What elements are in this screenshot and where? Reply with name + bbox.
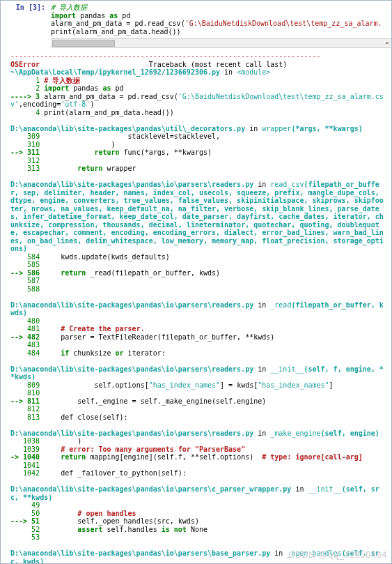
frame-path: D:\anaconda\lib\site-packages\pandas\uti… — [10, 125, 245, 132]
code-cell: In [3]: # 导入数据 import pandas as pd alarm… — [1, 1, 391, 52]
horizontal-scrollbar[interactable]: ◄ ► — [51, 38, 391, 48]
arrow: ----> 3 — [10, 93, 44, 100]
notebook-cell-output: In [3]: # 导入数据 import pandas as pd alarm… — [0, 0, 392, 564]
input-prompt: In [3]: — [1, 1, 51, 52]
frame-path: D:\anaconda\lib\site-packages\pandas\io\… — [10, 301, 253, 309]
scroll-right-icon[interactable]: ► — [384, 39, 392, 46]
hr: ----------------------------------------… — [10, 52, 321, 60]
scroll-thumb[interactable] — [52, 40, 115, 47]
frame-path: D:\anaconda\lib\site-packages\pandas\io\… — [10, 485, 291, 493]
frame-path: D:\anaconda\lib\site-packages\pandas\io\… — [10, 365, 253, 373]
frame-path: ~\AppData\Local\Temp/ipykernel_12692/123… — [10, 68, 220, 76]
source-code: # 导入数据 import pandas as pd alarm_and_pm_… — [51, 3, 391, 37]
traceback-output: ----------------------------------------… — [1, 52, 391, 564]
watermark: CSDN @qq_42956464 — [288, 550, 387, 561]
frame-path: D:\anaconda\lib\site-packages\pandas\io\… — [10, 549, 270, 557]
kw-import: import — [51, 12, 76, 20]
tb-label: Traceback (most recent call last) — [149, 61, 288, 68]
prompt-label: In [3]: — [16, 3, 45, 11]
frame-path: D:\anaconda\lib\site-packages\pandas\io\… — [10, 429, 253, 437]
code-area[interactable]: # 导入数据 import pandas as pd alarm_and_pm_… — [51, 1, 391, 52]
frame-path: D:\anaconda\lib\site-packages\pandas\io\… — [10, 181, 253, 188]
error-name: OSError — [10, 61, 40, 68]
comment: # 导入数据 — [51, 3, 87, 11]
